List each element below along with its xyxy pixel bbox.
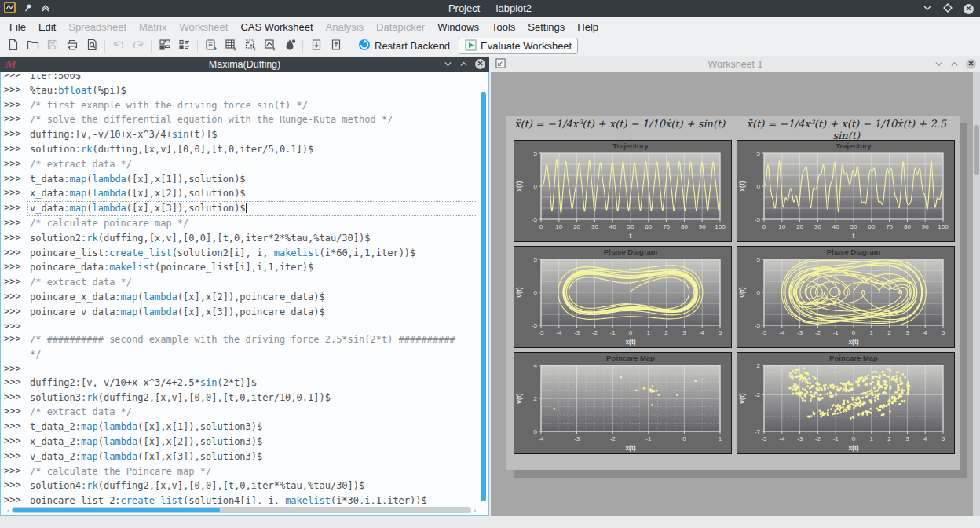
svg-text:-2: -2 <box>610 435 616 442</box>
svg-text:x(t): x(t) <box>515 181 523 191</box>
restart-backend-label: Restart Backend <box>375 40 450 52</box>
worksheet-view[interactable]: ẍ(t) = −1/4x³(t) + x(t) − 1/10ẋ(t) + sin… <box>491 72 980 516</box>
toolbar-separator <box>349 40 349 53</box>
restart-backend-button[interactable]: Restart Backend <box>353 38 455 55</box>
console-line: >>>solution2:rk(duffing,[x,v],[0,0],[t,0… <box>4 231 477 246</box>
svg-text:-2: -2 <box>592 329 598 336</box>
menu-edit[interactable]: Edit <box>32 19 62 35</box>
svg-text:1: 1 <box>719 435 722 442</box>
console-horizontal-scrollbar[interactable] <box>12 507 471 513</box>
maxima-close-icon[interactable]: ✕ <box>475 59 485 69</box>
properties-explorer-button[interactable] <box>174 38 194 55</box>
plot-phase-2[interactable]: -5-4-3-2-1012345-505Phase Diagramx(t)v(t… <box>737 246 955 348</box>
console-vertical-scrollbar[interactable] <box>481 88 486 503</box>
menu-cas-worksheet[interactable]: CAS Worksheet <box>234 19 319 35</box>
worksheet-restore-icon[interactable] <box>950 57 959 72</box>
worksheet-window-titlebar[interactable]: Worksheet 1 ✕ <box>491 57 980 72</box>
svg-text:x(t): x(t) <box>848 444 858 452</box>
maxima-window-title: Maxima(Duffing) <box>0 59 489 70</box>
plot-poincare-2[interactable]: -5-4-3-2-10123452-2-7Poincare Mapx(t)v(t… <box>737 352 955 454</box>
svg-text:1: 1 <box>870 435 874 442</box>
save-icon <box>46 38 59 54</box>
export-button[interactable] <box>326 38 346 55</box>
window-titlebar: Project — labplot2 ✕ <box>0 0 980 17</box>
svg-text:3: 3 <box>905 435 909 442</box>
mdi-area: M Maxima(Duffing) ✕ >>>iter:500$>>>%tau:… <box>0 56 980 528</box>
print-button[interactable] <box>62 38 82 55</box>
menu-tools[interactable]: Tools <box>485 19 521 35</box>
worksheet-vertical-scrollbar[interactable] <box>973 72 980 516</box>
evaluate-worksheet-button[interactable]: Evaluate Worksheet <box>459 38 578 54</box>
menu-windows[interactable]: Windows <box>431 19 485 35</box>
svg-text:5: 5 <box>942 435 945 442</box>
plot-phase-1[interactable]: -5-4-3-2-1012345-505Phase Diagramx(t)v(t… <box>514 246 732 348</box>
svg-text:90: 90 <box>922 223 929 230</box>
new-worksheet-button[interactable] <box>201 38 221 55</box>
svg-text:-5: -5 <box>532 322 538 329</box>
svg-text:-5: -5 <box>761 435 767 442</box>
new-matrix-button[interactable] <box>240 38 260 55</box>
equation-1: ẍ(t) = −1/4x³(t) + x(t) − 1/10ẋ(t) + sin… <box>506 118 733 141</box>
evaluate-worksheet-label: Evaluate Worksheet <box>481 40 572 52</box>
new-matrix-icon <box>244 38 257 54</box>
plot-poincare-1[interactable]: -4-3-2-101024Poincare Mapx(t)v(t) <box>514 352 732 454</box>
svg-text:60: 60 <box>868 223 875 230</box>
open-folder-button[interactable] <box>23 38 42 55</box>
new-notebook-button[interactable] <box>280 38 299 55</box>
new-datapicker-button[interactable] <box>260 38 280 55</box>
svg-text:-4: -4 <box>779 329 785 336</box>
new-document-button[interactable] <box>3 38 23 55</box>
console-line: >>>solution:rk(duffing,[x,v],[0,0],[t,0,… <box>4 142 477 157</box>
close-icon[interactable]: ✕ <box>964 4 974 14</box>
svg-text:-5: -5 <box>755 216 761 223</box>
maximize-icon[interactable] <box>943 2 953 16</box>
scroll-right-icon[interactable]: › <box>474 507 476 515</box>
svg-text:0: 0 <box>539 223 543 230</box>
menu-settings[interactable]: Settings <box>521 19 571 35</box>
svg-text:-3: -3 <box>574 435 580 442</box>
scroll-left-icon[interactable]: ‹ <box>7 507 9 515</box>
menu-file[interactable]: File <box>3 19 32 35</box>
svg-text:t: t <box>853 232 855 240</box>
print-preview-button[interactable] <box>82 38 101 55</box>
project-explorer-button[interactable] <box>155 38 174 55</box>
console-line: >>>v_data:map(lambda([x],x[3]),solution)… <box>4 201 477 216</box>
new-document-icon <box>7 38 20 54</box>
console-line: >>>poincare_list:create_list(solution2[i… <box>4 246 477 261</box>
svg-text:x(t): x(t) <box>625 338 635 346</box>
toolbar-separator <box>151 40 152 53</box>
worksheet-close-icon[interactable]: ✕ <box>966 59 976 69</box>
new-spreadsheet-icon <box>225 38 237 54</box>
maxima-window-titlebar[interactable]: M Maxima(Duffing) ✕ <box>0 57 489 72</box>
maxima-console[interactable]: >>>iter:500$>>>%tau:bfloat(%pi)$>>>/* fi… <box>0 72 489 516</box>
redo-button <box>128 38 148 55</box>
svg-text:5: 5 <box>757 150 761 157</box>
menu-help[interactable]: Help <box>571 19 605 35</box>
import-button[interactable] <box>306 38 326 55</box>
plot-trajectory-1[interactable]: 0102030405060708090100-505Trajectorytx(t… <box>514 140 732 242</box>
save-button <box>42 38 62 55</box>
svg-text:Trajectory: Trajectory <box>612 141 649 150</box>
svg-text:4: 4 <box>923 435 927 442</box>
toolbar: Restart Backend Evaluate Worksheet <box>0 36 980 56</box>
console-line: >>>solution3:rk(duffing2,[x,v],[0,0],[t,… <box>4 390 477 405</box>
svg-text:80: 80 <box>681 223 688 230</box>
svg-text:2: 2 <box>887 329 891 336</box>
svg-text:Phase Diagram: Phase Diagram <box>604 248 658 256</box>
maxima-minimize-icon[interactable] <box>444 57 452 72</box>
export-icon <box>330 38 342 54</box>
worksheet-minimize-icon[interactable] <box>934 57 943 72</box>
maxima-restore-icon[interactable] <box>459 57 468 72</box>
svg-text:Poincare Map: Poincare Map <box>606 354 655 362</box>
console-line: >>>solution4:rk(duffing2,[x,v],[0,0],[t,… <box>4 478 477 493</box>
new-spreadsheet-button[interactable] <box>221 38 240 55</box>
svg-text:80: 80 <box>904 223 911 230</box>
plot-trajectory-2[interactable]: 0102030405060708090100-505Trajectorytx(t… <box>737 140 955 242</box>
svg-text:-2: -2 <box>815 435 821 442</box>
console-line: >>>/* extract data */ <box>4 157 477 172</box>
svg-text:2: 2 <box>664 329 668 336</box>
minimize-icon[interactable] <box>923 2 932 16</box>
svg-text:60: 60 <box>645 223 652 230</box>
console-line: >>>/* extract data */ <box>4 275 477 290</box>
worksheet-icon <box>495 57 506 72</box>
